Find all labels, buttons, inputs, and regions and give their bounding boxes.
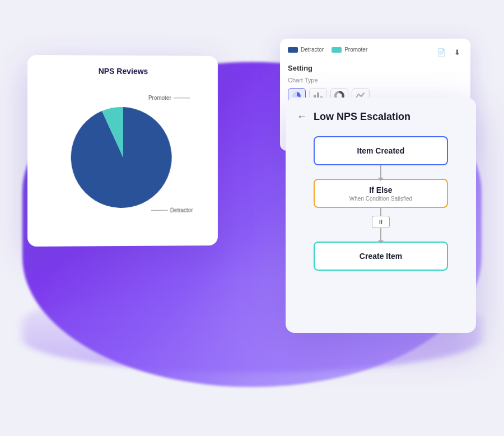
item-created-node[interactable]: Item Created bbox=[314, 136, 448, 165]
mini-connector-top bbox=[380, 208, 381, 216]
legend-row: Detractor Promoter bbox=[288, 47, 367, 53]
legend-promoter: Promoter bbox=[332, 47, 367, 53]
workflow-title: Low NPS Escalation bbox=[314, 111, 410, 123]
workflow-header: ← Low NPS Escalation bbox=[297, 111, 465, 123]
chart-card: NPS Reviews Promoter Detractor bbox=[27, 55, 218, 247]
detractor-label: Detractor bbox=[170, 207, 193, 214]
if-badge-group: If bbox=[372, 208, 390, 242]
connector-1 bbox=[380, 165, 381, 179]
back-button[interactable]: ← bbox=[297, 111, 307, 123]
if-badge: If bbox=[372, 216, 390, 228]
pie-chart bbox=[67, 101, 179, 214]
settings-title: Setting bbox=[288, 64, 463, 72]
workflow-nodes: Item Created If Else When Condition Sati… bbox=[297, 136, 465, 271]
mini-connector-bottom bbox=[380, 228, 381, 242]
legend-detractor: Detractor bbox=[288, 47, 324, 53]
workflow-card: ← Low NPS Escalation Item Created If Els… bbox=[286, 98, 476, 333]
chart-title: NPS Reviews bbox=[39, 66, 207, 76]
settings-header: Detractor Promoter 📄 ⬇ bbox=[288, 47, 463, 58]
promoter-label: Promoter bbox=[148, 95, 171, 101]
settings-icons: 📄 ⬇ bbox=[436, 47, 463, 58]
chart-type-label: Chart Type bbox=[288, 77, 463, 84]
scene: NPS Reviews Promoter Detractor bbox=[11, 11, 493, 425]
legend-dot-promoter bbox=[332, 47, 342, 53]
if-else-node[interactable]: If Else When Condition Satisfied bbox=[314, 179, 448, 208]
legend-dot-detractor bbox=[288, 47, 298, 53]
download-icon[interactable]: ⬇ bbox=[451, 47, 463, 58]
create-item-node[interactable]: Create Item bbox=[314, 242, 448, 271]
document-icon[interactable]: 📄 bbox=[436, 47, 447, 58]
chart-area: Promoter Detractor bbox=[39, 84, 207, 230]
if-else-content: If Else When Condition Satisfied bbox=[349, 185, 412, 202]
